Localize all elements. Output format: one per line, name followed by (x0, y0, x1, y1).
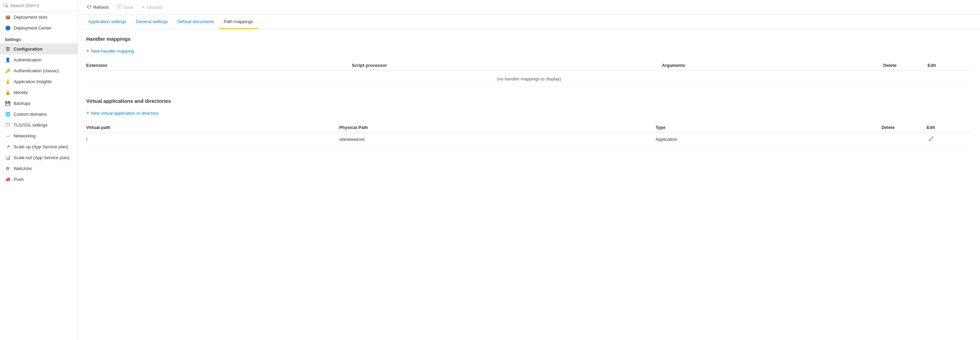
tab-label: Application settings (88, 19, 126, 24)
refresh-button[interactable]: Refresh (83, 3, 112, 12)
plus-icon: + (86, 48, 89, 54)
col-header-type: Type (655, 122, 881, 133)
deployment-center-icon: 🔵 (5, 25, 11, 31)
deployment-slots-icon: 📦 (5, 14, 11, 20)
col-header-delete-vapp: Delete (881, 122, 927, 133)
sidebar-item-networking[interactable]: ↔ Networking (0, 130, 78, 141)
sidebar-item-label: Deployment Center (14, 25, 52, 30)
tab-path-mappings[interactable]: Path mappings (219, 15, 258, 29)
sidebar: 📦 Deployment slots 🔵 Deployment Center S… (0, 0, 78, 340)
refresh-icon (87, 5, 92, 10)
discard-label: Discard (147, 5, 162, 10)
col-header-physical-path: Physical Path (339, 122, 655, 133)
sidebar-item-label: Authentication (14, 57, 41, 62)
sidebar-item-authentication-classic[interactable]: 🔑 Authentication (classic) (0, 65, 78, 76)
plus-icon: + (86, 110, 89, 116)
delete-cell (881, 133, 927, 146)
save-icon (117, 5, 122, 10)
new-virtual-app-button[interactable]: + New virtual application or directory (86, 109, 159, 118)
col-header-virtual-path: Virtual path (86, 122, 339, 133)
sidebar-item-label: Configuration (14, 46, 42, 52)
virtual-apps-title: Virtual applications and directories (86, 98, 972, 104)
tab-application-settings[interactable]: Application settings (83, 15, 131, 29)
virtual-path-cell: / (86, 133, 339, 146)
edit-row-button[interactable] (927, 136, 935, 143)
handler-mappings-table: Extension Script processor Arguments Del… (86, 60, 972, 87)
sidebar-item-backups[interactable]: 💾 Backups (0, 98, 78, 109)
sidebar-item-label: Push (14, 177, 24, 182)
application-insights-icon: 💡 (5, 78, 11, 84)
sidebar-item-tls-ssl[interactable]: 🛡 TLS/SSL settings (0, 119, 78, 130)
table-row: / site\wwwroot Application (86, 133, 972, 146)
sidebar-item-label: Backups (14, 101, 30, 106)
sidebar-item-application-insights[interactable]: 💡 Application Insights (0, 76, 78, 87)
sidebar-item-label: Application Insights (14, 79, 52, 84)
sidebar-item-label: WebJobs (14, 166, 32, 171)
type-cell: Application (655, 133, 881, 146)
col-header-edit-vapp: Edit (927, 122, 972, 133)
save-button[interactable]: Save (114, 3, 137, 12)
add-handler-label: New handler mapping (91, 49, 134, 54)
virtual-apps-section: Virtual applications and directories + N… (86, 98, 972, 146)
handler-mappings-empty-row: (no handler mappings to display) (86, 71, 972, 87)
sidebar-item-label: Scale up (App Service plan) (14, 144, 68, 149)
settings-section-label: Settings (0, 33, 78, 43)
sidebar-item-label: TLS/SSL settings (14, 122, 48, 127)
handler-mappings-section: Handler mappings + New handler mapping E… (86, 36, 972, 87)
refresh-label: Refresh (93, 5, 109, 10)
sidebar-item-webjobs[interactable]: ⚙ WebJobs (0, 163, 78, 174)
sidebar-item-push[interactable]: 📣 Push (0, 174, 78, 184)
empty-message: (no handler mappings to display) (86, 71, 972, 87)
save-label: Save (124, 5, 134, 10)
sidebar-item-scale-out[interactable]: 📊 Scale out (App Service plan) (0, 152, 78, 163)
authentication-classic-icon: 🔑 (5, 68, 11, 74)
identity-icon: 🔒 (5, 89, 11, 95)
new-handler-mapping-button[interactable]: + New handler mapping (86, 46, 134, 55)
tab-general-settings[interactable]: General settings (131, 15, 173, 29)
tab-label: Path mappings (224, 19, 253, 24)
sidebar-item-deployment-slots[interactable]: 📦 Deployment slots (0, 11, 78, 22)
sidebar-item-label: Authentication (classic) (14, 68, 59, 73)
main-content: Refresh Save ✕ Discard Application setti… (78, 0, 980, 340)
search-input[interactable] (10, 3, 74, 8)
sidebar-item-label: Scale out (App Service plan) (14, 155, 70, 160)
sidebar-item-label: Identity (14, 90, 28, 95)
tab-label: Default documents (177, 19, 214, 24)
sidebar-item-label: Custom domains (14, 112, 47, 117)
tab-label: General settings (136, 19, 168, 24)
search-icon (3, 3, 8, 8)
sidebar-item-label: Networking (14, 133, 36, 138)
networking-icon: ↔ (5, 133, 11, 139)
col-header-script-processor: Script processor (352, 60, 662, 71)
webjobs-icon: ⚙ (5, 165, 11, 172)
sidebar-item-scale-up[interactable]: ↗ Scale up (App Service plan) (0, 141, 78, 152)
sidebar-item-identity[interactable]: 🔒 Identity (0, 87, 78, 98)
physical-path-cell: site\wwwroot (339, 133, 655, 146)
edit-cell[interactable] (927, 133, 972, 146)
tabs-bar: Application settings General settings De… (78, 15, 980, 29)
custom-domains-icon: 🌐 (5, 111, 11, 117)
sidebar-item-configuration[interactable]: ☰ Configuration (0, 43, 78, 54)
scale-up-icon: ↗ (5, 143, 11, 149)
configuration-icon: ☰ (5, 46, 11, 52)
discard-icon: ✕ (142, 5, 145, 10)
col-header-delete: Delete (883, 60, 928, 71)
discard-button[interactable]: ✕ Discard (138, 3, 165, 11)
sidebar-item-authentication[interactable]: 👤 Authentication (0, 54, 78, 65)
virtual-apps-table: Virtual path Physical Path Type Delete E… (86, 122, 972, 146)
search-box[interactable] (0, 0, 78, 11)
sidebar-item-label: Deployment slots (14, 14, 48, 20)
tls-ssl-icon: 🛡 (5, 122, 11, 128)
col-header-extension: Extension (86, 60, 352, 71)
push-icon: 📣 (5, 176, 11, 182)
col-header-edit: Edit (928, 60, 972, 71)
add-virtual-app-label: New virtual application or directory (91, 111, 159, 116)
handler-mappings-title: Handler mappings (86, 36, 972, 42)
authentication-icon: 👤 (5, 57, 11, 63)
tab-default-documents[interactable]: Default documents (173, 15, 219, 29)
sidebar-item-deployment-center[interactable]: 🔵 Deployment Center (0, 22, 78, 33)
col-header-arguments: Arguments (662, 60, 884, 71)
toolbar: Refresh Save ✕ Discard (78, 0, 980, 15)
content-area: Handler mappings + New handler mapping E… (78, 29, 980, 340)
sidebar-item-custom-domains[interactable]: 🌐 Custom domains (0, 109, 78, 119)
